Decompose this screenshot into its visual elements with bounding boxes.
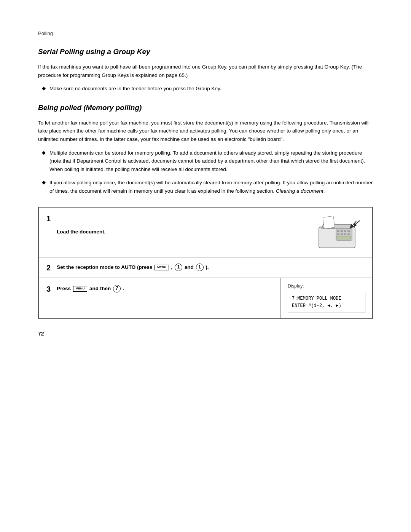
step1-text: Load the document. xyxy=(57,229,105,235)
section1-bullet-text: Make sure no documents are in the feeder… xyxy=(49,85,221,93)
section2-bullet1-text: Multiple documents can be stored for mem… xyxy=(49,149,373,174)
step2-and: and xyxy=(185,264,194,270)
menu-key-step2: MENU xyxy=(155,265,169,270)
section2-intro: To let another fax machine poll your fax… xyxy=(38,119,373,144)
svg-rect-8 xyxy=(341,233,343,235)
menu-label-step2: MENU xyxy=(157,266,166,269)
step2-comma: , xyxy=(171,264,173,270)
menu-key-step3: MENU xyxy=(73,286,88,292)
step3-left: 3 Press MENU and then 7 . xyxy=(39,278,281,318)
circle-key-1a: 1 xyxy=(175,264,182,271)
step3-content: Press MENU and then 7 . xyxy=(57,285,273,292)
section1: Serial Polling using a Group Key If the … xyxy=(38,48,373,93)
page: Polling Serial Polling using a Group Key… xyxy=(0,0,411,532)
step2-row: 2 Set the reception mode to AUTO (press … xyxy=(39,257,372,278)
section2-bullet2: ◆ If you allow polling only once, the do… xyxy=(38,179,373,195)
step1-row: 1 Load the document. xyxy=(39,208,372,257)
step3-press-text: Press xyxy=(57,286,71,291)
display-screen: 7:MEMORY POLL MODE ENTER #(1-2, ◄, ►) xyxy=(288,292,365,313)
step3-row: 3 Press MENU and then 7 . Display: 7:MEM… xyxy=(39,278,372,318)
display-label: Display: xyxy=(288,283,365,289)
step1-content: Load the document. xyxy=(57,228,307,236)
svg-rect-9 xyxy=(344,233,346,235)
svg-rect-13 xyxy=(323,216,335,229)
step3-number: 3 xyxy=(46,284,51,294)
svg-rect-11 xyxy=(337,236,351,239)
fax-machine-icon xyxy=(315,214,365,250)
menu-label-step3: MENU xyxy=(76,287,85,290)
section2-title: Being polled (Memory polling) xyxy=(38,104,373,112)
svg-rect-4 xyxy=(341,230,343,232)
section1-intro: If the fax machines you want to poll hav… xyxy=(38,63,373,79)
display-line2: ENTER #(1-2, ◄, ►) xyxy=(292,302,361,310)
step3-period: . xyxy=(123,286,124,291)
instruction-box: 1 Load the document. xyxy=(38,207,373,319)
step1-number: 1 xyxy=(46,214,51,223)
step1-image xyxy=(315,214,365,251)
bullet-diamond-icon-2: ◆ xyxy=(42,150,46,155)
step3-and-then: and then xyxy=(89,286,111,291)
section1-bullet: ◆ Make sure no documents are in the feed… xyxy=(38,85,373,93)
step3-right: Display: 7:MEMORY POLL MODE ENTER #(1-2,… xyxy=(281,278,372,318)
svg-rect-10 xyxy=(347,233,350,235)
step2-text-after: ). xyxy=(206,264,209,270)
step2-content: Set the reception mode to AUTO (press ME… xyxy=(57,264,365,271)
bullet-diamond-icon-3: ◆ xyxy=(42,179,46,185)
bullet2-italic: Clearing a document xyxy=(276,188,323,194)
step2-number: 2 xyxy=(46,263,51,272)
section2: Being polled (Memory polling) To let ano… xyxy=(38,104,373,195)
section2-bullet1: ◆ Multiple documents can be stored for m… xyxy=(38,149,373,174)
svg-rect-3 xyxy=(337,230,339,232)
circle-key-7: 7 xyxy=(113,285,121,292)
svg-rect-5 xyxy=(344,230,346,232)
display-line1: 7:MEMORY POLL MODE xyxy=(292,295,361,302)
circle-key-1b: 1 xyxy=(196,264,204,271)
step2-text-before: Set the reception mode to AUTO (press xyxy=(57,264,152,270)
svg-rect-6 xyxy=(347,230,350,232)
svg-rect-7 xyxy=(337,233,339,235)
step3-inner: 3 Press MENU and then 7 . xyxy=(46,284,273,294)
page-number: 72 xyxy=(38,331,373,337)
section2-bullet2-text: If you allow polling only once, the docu… xyxy=(49,179,373,195)
section1-title: Serial Polling using a Group Key xyxy=(38,48,373,56)
bullet-diamond-icon: ◆ xyxy=(42,85,46,91)
header-label: Polling xyxy=(38,30,373,36)
bullet2-end: . xyxy=(323,188,325,194)
